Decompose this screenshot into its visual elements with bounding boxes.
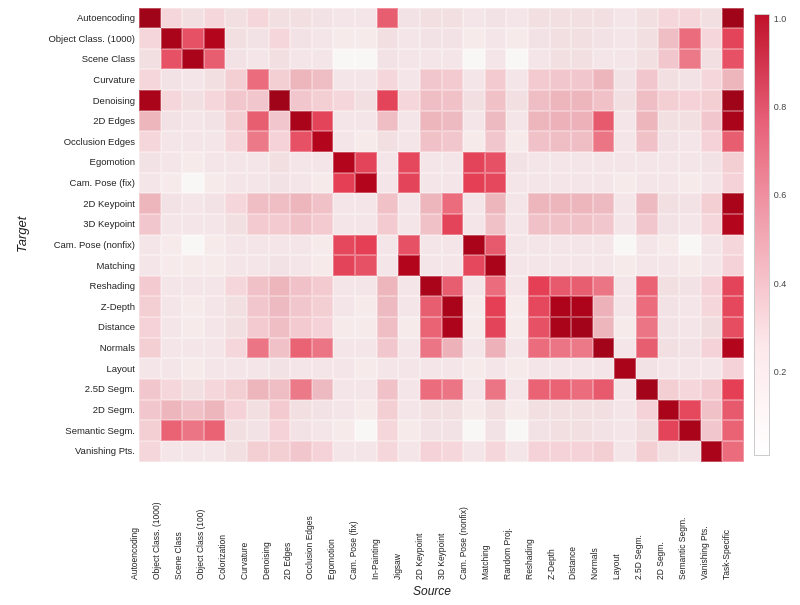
- heatmap-cell: [701, 296, 723, 317]
- heatmap-cell: [225, 49, 247, 70]
- heatmap-cell: [204, 276, 226, 297]
- heatmap-cell: [290, 193, 312, 214]
- heatmap-cell: [679, 152, 701, 173]
- heatmap-cell: [442, 400, 464, 421]
- heatmap-cell: [182, 296, 204, 317]
- heatmap-cell: [571, 296, 593, 317]
- heatmap-cell: [377, 69, 399, 90]
- heatmap-cell: [506, 420, 528, 441]
- heatmap-cell: [355, 441, 377, 462]
- heatmap-cell: [139, 8, 161, 29]
- heatmap-cell: [420, 358, 442, 379]
- heatmap-cell: [225, 317, 247, 338]
- heatmap-cell: [377, 111, 399, 132]
- legend-label: 1.0: [772, 14, 787, 24]
- heatmap-cell: [658, 235, 680, 256]
- heatmap-cell: [658, 49, 680, 70]
- heatmap-cell: [377, 152, 399, 173]
- heatmap-cell: [506, 173, 528, 194]
- heatmap-cell: [528, 296, 550, 317]
- heatmap-cell: [312, 8, 334, 29]
- heatmap-cell: [247, 173, 269, 194]
- heatmap-cell: [442, 152, 464, 173]
- heatmap-cell: [593, 317, 615, 338]
- heatmap-cell: [442, 69, 464, 90]
- heatmap-cell: [204, 235, 226, 256]
- heatmap-cell: [636, 296, 658, 317]
- y-label: Denoising: [29, 96, 135, 106]
- y-label: Scene Class: [29, 54, 135, 64]
- heatmap-cell: [269, 255, 291, 276]
- heatmap-cell: [139, 255, 161, 276]
- heatmap-cell: [204, 358, 226, 379]
- heatmap-cell: [377, 90, 399, 111]
- heatmap-cell: [506, 49, 528, 70]
- heatmap-cell: [398, 49, 420, 70]
- heatmap-cell: [506, 441, 528, 462]
- x-labels: AutoencodingObject Class. (1000)Scene Cl…: [130, 462, 744, 582]
- heatmap-cell: [161, 296, 183, 317]
- x-axis-title: Source: [120, 584, 744, 598]
- legend-label: 0.2: [772, 367, 787, 377]
- x-label: Cam. Pose (fix): [349, 462, 371, 582]
- heatmap-cell: [355, 276, 377, 297]
- y-label: 2D Edges: [29, 116, 135, 126]
- heatmap-cell: [377, 131, 399, 152]
- heatmap-cell: [377, 420, 399, 441]
- heatmap-cell: [420, 235, 442, 256]
- heatmap-cell: [550, 379, 572, 400]
- heatmap-cell: [701, 173, 723, 194]
- heatmap-cell: [182, 358, 204, 379]
- heatmap-cell: [398, 131, 420, 152]
- heatmap-cell: [614, 193, 636, 214]
- heatmap-cell: [636, 90, 658, 111]
- heatmap-cell: [442, 193, 464, 214]
- heatmap-cell: [377, 255, 399, 276]
- y-label: 2D Keypoint: [29, 199, 135, 209]
- heatmap-cell: [247, 49, 269, 70]
- x-label: 2D Edges: [283, 462, 305, 582]
- heatmap-cell: [571, 276, 593, 297]
- heatmap-cell: [290, 379, 312, 400]
- y-label: Cam. Pose (nonfix): [29, 240, 135, 250]
- heatmap-cell: [593, 28, 615, 49]
- heatmap-cell: [636, 441, 658, 462]
- heatmap-cell: [377, 441, 399, 462]
- heatmap-cell: [161, 152, 183, 173]
- heatmap-cell: [420, 296, 442, 317]
- heatmap-cell: [442, 255, 464, 276]
- heatmap-cell: [247, 235, 269, 256]
- heatmap-cell: [312, 338, 334, 359]
- heatmap-cell: [182, 379, 204, 400]
- heatmap-cell: [463, 152, 485, 173]
- heatmap-cell: [312, 49, 334, 70]
- heatmap-cell: [355, 152, 377, 173]
- heatmap-cell: [550, 400, 572, 421]
- heatmap-cell: [658, 214, 680, 235]
- heatmap-cell: [528, 420, 550, 441]
- heatmap-cell: [398, 173, 420, 194]
- heatmap-cell: [333, 193, 355, 214]
- heatmap-cell: [614, 152, 636, 173]
- x-label: Normals: [590, 462, 612, 582]
- heatmap-cell: [312, 317, 334, 338]
- heatmap-cell: [463, 255, 485, 276]
- heatmap-cell: [550, 420, 572, 441]
- heatmap-cell: [485, 49, 507, 70]
- heatmap-cell: [247, 152, 269, 173]
- heatmap-cell: [679, 317, 701, 338]
- heatmap-cell: [204, 131, 226, 152]
- heatmap-cell: [290, 255, 312, 276]
- heatmap-cell: [312, 420, 334, 441]
- heatmap-cell: [722, 235, 744, 256]
- heatmap-cell: [161, 28, 183, 49]
- heatmap-cell: [182, 276, 204, 297]
- heatmap-cell: [182, 111, 204, 132]
- heatmap-cell: [139, 338, 161, 359]
- y-label: Distance: [29, 322, 135, 332]
- heatmap-cell: [225, 28, 247, 49]
- x-label: Colorization: [218, 462, 240, 582]
- heatmap-cell: [139, 276, 161, 297]
- heatmap-cell: [485, 8, 507, 29]
- heatmap-cell: [442, 173, 464, 194]
